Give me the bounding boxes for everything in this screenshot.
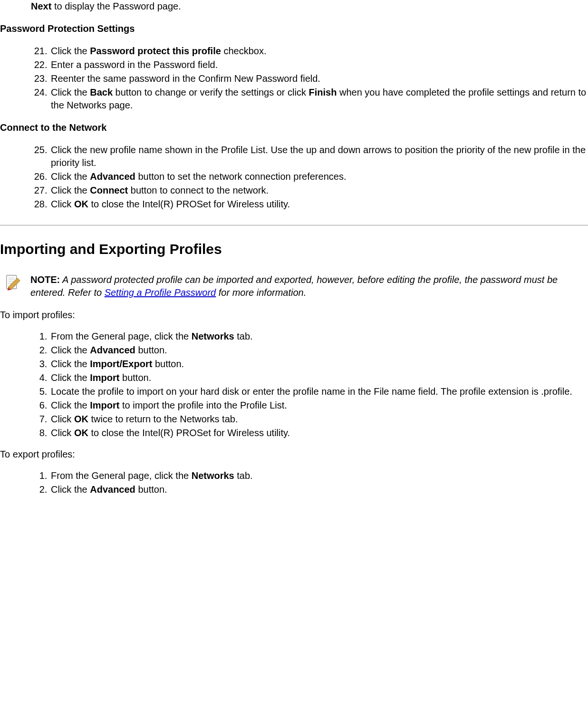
- text-run: Click: [51, 428, 74, 438]
- bold-text: Connect: [90, 185, 128, 195]
- text-run: for more information.: [216, 287, 306, 298]
- link-profile-password[interactable]: Setting a Profile Password: [105, 287, 216, 298]
- subsection-heading: Connect to the Network: [0, 121, 588, 134]
- text-run: button.: [135, 484, 167, 495]
- list-item: Click the Import to import the profile i…: [50, 399, 588, 412]
- ordered-list: Click the new profile name shown in the …: [0, 144, 588, 211]
- list-item: Click OK twice to return to the Networks…: [50, 413, 588, 426]
- document-body: Next to display the Password page. Passw…: [0, 0, 588, 514]
- list-item: Click the Advanced button to set the net…: [50, 170, 588, 183]
- text-run: button.: [135, 345, 167, 355]
- text-run: button to connect to the network.: [128, 185, 269, 195]
- list-item: Reenter the same password in the Confirm…: [50, 72, 588, 85]
- text-run: Click the: [51, 171, 90, 182]
- text-run: Reenter the same password in the Confirm…: [51, 73, 320, 84]
- text-run: From the General page, click the: [51, 470, 192, 481]
- paragraph: To import profiles:: [0, 309, 588, 321]
- text-run: Click the new profile name shown in the …: [51, 145, 586, 168]
- list-item: Enter a password in the Password field.: [50, 58, 588, 71]
- text-run: Click the: [51, 46, 90, 56]
- list-item: Click the Connect button to connect to t…: [50, 184, 588, 197]
- bold-text: OK: [74, 414, 88, 424]
- text-run: button.: [152, 359, 184, 369]
- list-item: Click the Import/Export button.: [50, 358, 588, 370]
- list-item: Click the Advanced button.: [50, 483, 588, 496]
- bold-text: Password protect this profile: [90, 46, 221, 56]
- list-item: Click OK to close the Intel(R) PROSet fo…: [50, 427, 588, 439]
- bold-text: Import: [90, 372, 119, 383]
- bold-text: Advanced: [90, 345, 135, 355]
- note-icon: [4, 273, 22, 292]
- text-run: button to set the network connection pre…: [135, 171, 347, 182]
- text-run: tab.: [234, 331, 253, 341]
- bold-text: OK: [74, 199, 88, 209]
- text-run: Enter a password in the Password field.: [51, 59, 218, 70]
- list-item: Click the Back button to change or verif…: [50, 86, 588, 112]
- text-run: Click: [51, 414, 74, 424]
- bold-text: Advanced: [90, 171, 135, 182]
- text-run: Click the: [51, 400, 90, 410]
- text-run: Click the: [51, 185, 90, 195]
- text-run: Click the: [51, 484, 90, 495]
- list-item: Click OK to close the Intel(R) PROSet fo…: [50, 198, 588, 211]
- subsection-heading: Password Protection Settings: [0, 22, 588, 35]
- text-run: Click the: [51, 87, 90, 97]
- list-item: Locate the profile to import on your har…: [50, 385, 588, 398]
- text-run: Click the: [51, 372, 90, 383]
- bold-text: Advanced: [90, 484, 135, 495]
- bold-text: Back: [90, 87, 113, 97]
- text-run: to close the Intel(R) PROSet for Wireles…: [88, 428, 290, 438]
- bold-text: OK: [74, 428, 88, 438]
- ordered-list: From the General page, click the Network…: [0, 330, 588, 439]
- list-item: Click the Advanced button.: [50, 344, 588, 357]
- text-run: Click the: [51, 345, 90, 355]
- list-item: From the General page, click the Network…: [50, 469, 588, 482]
- text-run: Locate the profile to import on your har…: [51, 386, 572, 397]
- text-run: checkbox.: [221, 46, 267, 56]
- bold-text: Import: [90, 400, 119, 410]
- text-run: to import the profile into the Profile L…: [119, 400, 287, 410]
- list-item: Click the new profile name shown in the …: [50, 144, 588, 169]
- text-run: Click: [51, 199, 74, 209]
- list-item: Click the Password protect this profile …: [50, 45, 588, 58]
- text-run: From the General page, click the: [51, 331, 192, 341]
- bold-text: Networks: [192, 470, 234, 481]
- list-item: From the General page, click the Network…: [50, 330, 588, 343]
- bold-text: Next: [31, 1, 51, 11]
- text-run: twice to return to the Networks tab.: [88, 414, 238, 424]
- bold-text: Networks: [192, 331, 234, 341]
- paragraph: To export profiles:: [0, 448, 588, 461]
- text-run: Click the: [51, 359, 90, 369]
- text-run: to close the Intel(R) PROSet for Wireles…: [88, 199, 290, 209]
- divider: [0, 225, 588, 225]
- list-item: Click the Import button.: [50, 371, 588, 384]
- bold-text: Finish: [309, 87, 337, 97]
- text-run: tab.: [234, 470, 253, 481]
- note-block: NOTE: A password protected profile can b…: [0, 273, 588, 299]
- note-label: NOTE:: [30, 274, 60, 285]
- section-heading: Importing and Exporting Profiles: [0, 240, 588, 259]
- bold-text: Import/Export: [90, 359, 152, 369]
- text-run: button to change or verify the settings …: [113, 87, 308, 97]
- ordered-list: From the General page, click the Network…: [0, 469, 588, 496]
- text-run: button.: [119, 372, 151, 383]
- text-run: to display the Password page.: [51, 1, 181, 11]
- ordered-list: Click the Password protect this profile …: [0, 45, 588, 112]
- note-text: NOTE: A password protected profile can b…: [30, 273, 588, 299]
- continuation-line: Next to display the Password page.: [31, 0, 588, 13]
